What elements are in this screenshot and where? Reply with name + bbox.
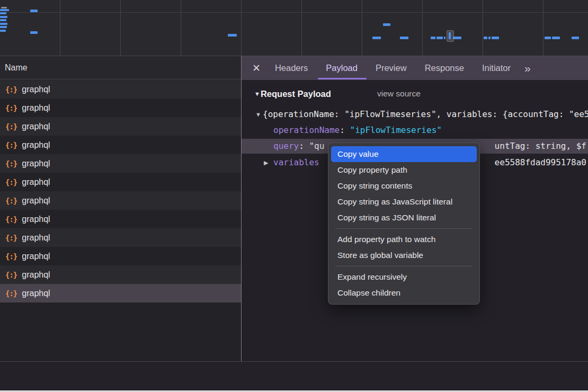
name-column-header[interactable]: Name <box>0 56 241 79</box>
waterfall-bar <box>444 37 446 39</box>
view-source-link[interactable]: view source <box>377 87 421 101</box>
json-key: variables <box>273 155 319 171</box>
json-request-icon: {:} <box>5 252 17 261</box>
summary-footer <box>0 361 588 390</box>
json-string-value: "ipFlowTimeseries" <box>350 125 442 135</box>
overview-gridline <box>301 0 302 56</box>
overview-gridline <box>362 0 362 56</box>
overview-selection-marker <box>447 30 454 42</box>
json-string-value-end: untTag: string, $f <box>495 139 586 154</box>
json-request-icon: {:} <box>5 178 17 186</box>
network-request-row[interactable]: {:}graphql <box>0 173 241 191</box>
network-request-list: {:}graphql{:}graphql{:}graphql{:}graphql… <box>0 80 241 302</box>
context-menu: Copy valueCopy property pathCopy string … <box>328 142 480 305</box>
request-name: graphql <box>22 159 50 168</box>
tab-payload[interactable]: Payload <box>326 56 358 80</box>
network-request-row[interactable]: {:}graphql <box>0 80 241 99</box>
waterfall-bar <box>0 19 6 21</box>
payload-root-row[interactable]: ▼ {operationName: "ipFlowTimeseries", va… <box>242 106 588 122</box>
request-name: graphql <box>22 215 50 224</box>
tab-response[interactable]: Response <box>425 56 464 80</box>
waterfall-bar <box>572 37 579 39</box>
waterfall-bar <box>400 37 408 39</box>
menu-item-copy-value[interactable]: Copy value <box>331 146 477 162</box>
network-request-row[interactable]: {:}graphql <box>0 99 241 117</box>
menu-item-collapse-children[interactable]: Collapse children <box>331 285 477 301</box>
json-request-icon: {:} <box>5 271 17 279</box>
waterfall-bar <box>484 37 487 39</box>
waterfall-bar <box>453 37 461 39</box>
waterfall-bar <box>1 7 7 8</box>
network-overview-strip[interactable] <box>0 0 588 56</box>
waterfall-bar <box>0 16 7 18</box>
network-request-row[interactable]: {:}graphql <box>0 154 241 173</box>
detail-tabs: HeadersPayloadPreviewResponseInitiator <box>275 56 511 80</box>
request-name: graphql <box>22 289 50 298</box>
waterfall-bar <box>552 37 560 39</box>
waterfall-bar <box>30 10 38 12</box>
devtools-network-panel: Name {:}graphql{:}graphql{:}graphql{:}gr… <box>0 0 588 392</box>
json-key: operationName <box>273 125 340 135</box>
json-request-icon: {:} <box>5 104 17 112</box>
request-name: graphql <box>22 252 50 261</box>
waterfall-bar <box>228 34 237 37</box>
json-request-icon: {:} <box>5 197 17 205</box>
operation-name-row[interactable]: operationName: "ipFlowTimeseries" <box>242 122 588 138</box>
network-request-row[interactable]: {:}graphql <box>0 247 241 265</box>
request-name: graphql <box>22 233 50 243</box>
network-request-row[interactable]: {:}graphql <box>0 265 241 284</box>
payload-object-preview: {operationName: "ipFlowTimeseries", vari… <box>263 106 588 122</box>
network-request-row[interactable]: {:}graphql <box>0 191 241 210</box>
overview-gridline <box>181 0 181 56</box>
tab-preview[interactable]: Preview <box>376 56 407 80</box>
network-request-row[interactable]: {:}graphql <box>0 136 241 154</box>
menu-item-copy-string-contents[interactable]: Copy string contents <box>331 178 477 194</box>
waterfall-bar <box>0 26 7 28</box>
menu-item-add-property-path-to-watch[interactable]: Add property path to watch <box>331 231 477 247</box>
request-name: graphql <box>22 177 50 187</box>
menu-item-store-as-global-variable[interactable]: Store as global variable <box>331 247 477 263</box>
variables-preview-end: ee5588fdad995178a0 <box>495 155 586 171</box>
section-title: Request Payload <box>261 89 331 99</box>
waterfall-bar <box>0 9 9 11</box>
request-name: graphql <box>22 122 50 131</box>
request-payload-section[interactable]: ▼ Request Payload <box>254 87 331 101</box>
tab-initiator[interactable]: Initiator <box>482 56 511 80</box>
request-name: graphql <box>22 85 50 94</box>
json-request-icon: {:} <box>5 215 17 224</box>
waterfall-bar <box>0 12 6 14</box>
section-disclosure-icon[interactable]: ▼ <box>254 91 260 97</box>
menu-item-expand-recursively[interactable]: Expand recursively <box>331 269 477 285</box>
overview-gridline <box>60 0 60 56</box>
root-disclosure-icon[interactable]: ▼ <box>255 106 261 122</box>
waterfall-bar <box>492 37 499 39</box>
menu-item-copy-string-as-javascript-literal[interactable]: Copy string as JavaScript literal <box>331 194 477 210</box>
waterfall-bar <box>0 23 7 25</box>
name-column-label: Name <box>5 63 28 72</box>
overview-gridline <box>483 0 483 56</box>
request-name: graphql <box>22 103 50 113</box>
menu-item-copy-property-path[interactable]: Copy property path <box>331 162 477 178</box>
network-request-row[interactable]: {:}graphql <box>0 117 241 136</box>
json-request-icon: {:} <box>5 122 17 131</box>
json-string-value-start: "qu <box>309 141 324 151</box>
network-request-row[interactable]: {:}graphql <box>0 284 241 302</box>
more-tabs-icon[interactable]: » <box>524 63 531 74</box>
network-request-row[interactable]: {:}graphql <box>0 228 241 247</box>
request-name: graphql <box>22 196 50 206</box>
overview-gridline <box>422 0 423 56</box>
waterfall-bar <box>372 37 381 39</box>
json-request-icon: {:} <box>5 289 17 298</box>
request-name: graphql <box>22 270 50 280</box>
variables-disclosure-icon[interactable]: ▶ <box>264 155 268 171</box>
json-key: query <box>273 141 299 151</box>
json-request-icon: {:} <box>5 141 17 149</box>
json-request-icon: {:} <box>5 159 17 168</box>
close-icon[interactable]: ✕ <box>252 62 261 74</box>
network-request-row[interactable]: {:}graphql <box>0 210 241 228</box>
tab-headers[interactable]: Headers <box>275 56 308 80</box>
menu-item-copy-string-as-json-literal[interactable]: Copy string as JSON literal <box>331 210 477 226</box>
menu-separator <box>335 228 473 229</box>
overview-gridline-horizontal <box>0 12 588 13</box>
overview-gridline <box>241 0 242 56</box>
